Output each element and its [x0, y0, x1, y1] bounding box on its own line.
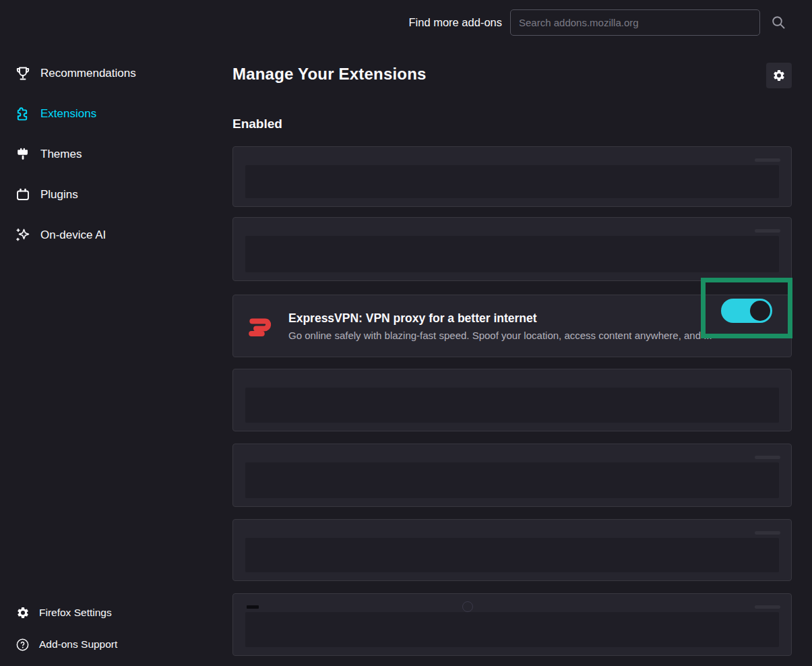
- sidebar-item-on-device-ai[interactable]: On-device AI: [0, 215, 232, 255]
- sidebar-footer-label: Add-ons Support: [39, 638, 117, 650]
- redacted-content: [245, 462, 779, 498]
- redacted-content: [245, 236, 779, 272]
- redacted-toggle: [755, 158, 780, 162]
- enabled-section-heading: Enabled: [232, 117, 282, 131]
- redacted-icon: [462, 601, 473, 612]
- plug-icon: [14, 186, 32, 204]
- redacted-toggle: [755, 531, 780, 535]
- sidebar-item-plugins[interactable]: Plugins: [0, 175, 232, 215]
- trophy-icon: [14, 65, 32, 82]
- redacted-content: [245, 388, 779, 423]
- extension-description: Go online safely with blazing-fast speed…: [288, 330, 712, 341]
- sidebar-footer-label: Firefox Settings: [39, 607, 112, 619]
- redacted-toggle: [755, 605, 780, 609]
- sidebar-item-label: On-device AI: [40, 229, 106, 242]
- extension-card-placeholder[interactable]: [232, 519, 792, 581]
- search-box: [510, 9, 760, 36]
- sidebar-item-extensions[interactable]: Extensions: [0, 94, 232, 134]
- sidebar-item-label: Recommendations: [40, 67, 136, 80]
- find-more-addons-label: Find more add-ons: [396, 9, 502, 36]
- page-title: Manage Your Extensions: [232, 65, 427, 84]
- sidebar-item-label: Themes: [40, 148, 82, 161]
- redacted-content: [245, 165, 779, 198]
- extension-card-placeholder[interactable]: [232, 593, 792, 656]
- extension-card-placeholder[interactable]: [232, 217, 792, 281]
- redacted-content: [245, 538, 779, 572]
- search-icon[interactable]: [770, 14, 787, 32]
- extension-card-expressvpn[interactable]: ExpressVPN: VPN proxy for a better inter…: [232, 295, 792, 357]
- sparkles-icon: [14, 226, 32, 244]
- extension-card-placeholder[interactable]: [232, 369, 792, 431]
- topbar: Find more add-ons: [0, 0, 812, 47]
- extension-card-placeholder[interactable]: [232, 444, 792, 507]
- sidebar-item-firefox-settings[interactable]: Firefox Settings: [0, 599, 232, 626]
- redacted-toggle: [755, 229, 780, 233]
- sidebar-item-label: Extensions: [40, 107, 96, 121]
- extension-card-placeholder[interactable]: [232, 146, 792, 207]
- extension-name: ExpressVPN: VPN proxy for a better inter…: [288, 311, 712, 326]
- gear-icon: [772, 69, 786, 82]
- tools-gear-button[interactable]: [766, 63, 792, 88]
- gear-icon: [15, 606, 30, 620]
- sidebar-item-themes[interactable]: Themes: [0, 134, 232, 175]
- question-circle-icon: [15, 638, 30, 652]
- sidebar-item-recommendations[interactable]: Recommendations: [0, 53, 232, 94]
- sidebar-item-addons-support[interactable]: Add-ons Support: [0, 631, 232, 658]
- toggle-knob: [750, 301, 770, 321]
- expressvpn-logo-icon: [245, 311, 276, 342]
- extension-text-block: ExpressVPN: VPN proxy for a better inter…: [288, 311, 712, 341]
- paintbrush-icon: [14, 146, 32, 163]
- search-input[interactable]: [510, 9, 760, 36]
- main-content: Manage Your Extensions Enabled ExpressVP…: [232, 47, 792, 666]
- expressvpn-enable-toggle[interactable]: [721, 299, 772, 323]
- sidebar: Recommendations Extensions Themes Plugin…: [0, 47, 232, 666]
- redacted-content: [245, 612, 779, 647]
- redacted-toggle: [755, 456, 780, 459]
- redacted-mark: [247, 605, 259, 609]
- puzzle-icon: [14, 105, 32, 123]
- sidebar-item-label: Plugins: [40, 188, 78, 202]
